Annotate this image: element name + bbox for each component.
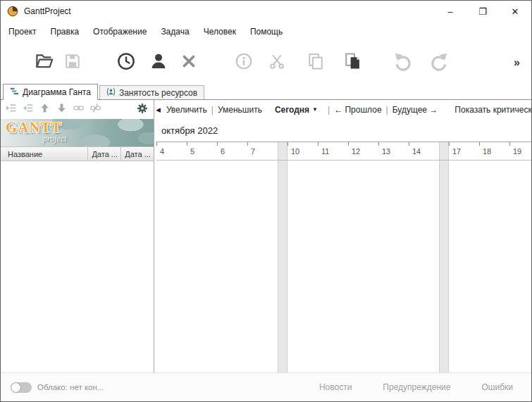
main-content: GANTT project Название Дата ... Дата ...…	[1, 100, 531, 372]
weekend-cell	[278, 142, 287, 160]
view-tabs: Диаграмма Ганта Занятость ресурсов	[1, 84, 531, 100]
info-icon	[234, 51, 254, 74]
timeline-day: 13	[378, 142, 409, 160]
timeline-day-row: 4 5 6 7 10 11 12 13 14 17 18 19	[156, 142, 531, 161]
timeline-day: 19	[509, 142, 531, 160]
delete-button[interactable]	[175, 47, 203, 78]
scroll-past-button[interactable]: ← Прошлое	[331, 105, 384, 115]
window-controls: – ❐ ✕	[434, 1, 531, 22]
indent-button[interactable]	[5, 103, 17, 115]
new-task-button[interactable]	[112, 47, 140, 78]
chart-toolbar: ◀ Увеличить | Уменьшить Сегодня ▼ | ← Пр…	[156, 100, 531, 119]
errors-button[interactable]: Ошибки	[482, 382, 514, 392]
properties-button[interactable]	[230, 47, 258, 78]
gantt-chart-icon	[10, 87, 19, 98]
unlink-tasks-button[interactable]	[89, 103, 101, 115]
task-list-area	[1, 161, 154, 372]
menu-task[interactable]: Задача	[154, 23, 196, 40]
menu-resource[interactable]: Человек	[197, 23, 243, 40]
indent-icon	[6, 103, 16, 116]
undo-button[interactable]	[389, 47, 417, 78]
show-critical-path-button[interactable]: Показать критически	[452, 105, 531, 115]
save-project-button[interactable]	[58, 47, 87, 78]
timeline-day: 14	[409, 142, 439, 160]
window-title: GanttProject	[24, 6, 71, 16]
move-down-button[interactable]	[56, 103, 68, 115]
paste-button[interactable]	[338, 47, 366, 78]
redo-arrow-icon	[428, 51, 450, 75]
tab-resources-load[interactable]: Занятость ресурсов	[99, 85, 204, 99]
arrow-up-icon	[39, 103, 50, 116]
column-header-start-date[interactable]: Дата ...	[88, 147, 121, 161]
toolbar-separator: |	[385, 105, 390, 115]
close-button[interactable]: ✕	[499, 1, 531, 22]
tab-gantt-label: Диаграмма Ганта	[23, 87, 91, 97]
copy-button[interactable]	[302, 47, 330, 78]
timeline-day: 11	[318, 142, 348, 160]
timeline-day: 7	[247, 142, 278, 160]
gantt-chart-area	[156, 161, 531, 372]
column-header-end-date[interactable]: Дата ...	[121, 147, 154, 161]
tab-resources-label: Занятость ресурсов	[119, 88, 197, 98]
unindent-icon	[23, 103, 33, 116]
task-panel-toolbar	[1, 100, 154, 119]
timeline-day: 5	[187, 142, 217, 160]
toolbar-separator: |	[210, 105, 215, 115]
new-resource-button[interactable]	[144, 47, 173, 78]
maximize-button[interactable]: ❐	[466, 1, 499, 22]
table-options-button[interactable]	[136, 103, 148, 115]
timeline-day: 17	[449, 142, 479, 160]
gear-icon	[137, 103, 148, 117]
menu-project[interactable]: Проект	[1, 23, 44, 40]
timeline-day: 12	[348, 142, 378, 160]
news-button[interactable]: Новости	[319, 382, 352, 392]
gantt-panel: ◀ Увеличить | Уменьшить Сегодня ▼ | ← Пр…	[156, 100, 531, 372]
minimize-button[interactable]: –	[434, 1, 466, 22]
cut-button[interactable]	[263, 47, 291, 78]
zoom-out-button[interactable]: Уменьшить	[215, 105, 265, 115]
menu-view[interactable]: Отображение	[86, 23, 154, 40]
chevron-down-icon: ▼	[312, 106, 318, 113]
clock-icon	[116, 51, 137, 75]
tab-gantt-chart[interactable]: Диаграмма Ганта	[3, 84, 98, 100]
scroll-future-button[interactable]: Будущее →	[390, 105, 441, 115]
status-bar: Облако: нет кон... Новости Предупреждени…	[1, 372, 531, 401]
task-table-header: Название Дата ... Дата ...	[1, 146, 154, 161]
menu-help[interactable]: Помощь	[243, 23, 290, 40]
main-toolbar: »	[1, 42, 531, 84]
menu-edit[interactable]: Правка	[44, 23, 87, 40]
arrow-down-icon	[56, 103, 67, 116]
toolbar-separator: |	[326, 105, 331, 115]
unindent-button[interactable]	[22, 103, 34, 115]
timeline-month-row: октября 2022	[156, 119, 531, 142]
timeline-day: 18	[479, 142, 509, 160]
title-bar: GanttProject – ❐ ✕	[1, 1, 531, 22]
app-logo-icon	[7, 6, 18, 17]
column-header-name[interactable]: Название	[1, 147, 88, 161]
warnings-button[interactable]: Предупреждение	[383, 382, 450, 392]
zoom-in-button[interactable]: Увеличить	[163, 105, 210, 115]
unlink-icon	[90, 103, 101, 116]
task-panel: GANTT project Название Дата ... Дата ...	[1, 100, 154, 372]
link-tasks-button[interactable]	[73, 103, 85, 115]
toolbar-overflow-button[interactable]: »	[514, 56, 520, 69]
redo-button[interactable]	[425, 47, 453, 78]
open-project-button[interactable]	[30, 47, 58, 78]
collapse-panel-arrow[interactable]: ◀	[156, 106, 161, 113]
resources-icon	[106, 87, 116, 99]
move-up-button[interactable]	[39, 103, 51, 115]
save-floppy-icon	[63, 51, 82, 74]
person-icon	[148, 51, 169, 75]
timeline-day: 4	[156, 142, 187, 160]
cloud-status-label: Облако: нет кон...	[37, 383, 104, 391]
today-dropdown[interactable]: Сегодня ▼	[275, 105, 318, 115]
weekend-band	[439, 161, 449, 372]
status-right-group: Новости Предупреждение Ошибки	[319, 382, 513, 392]
today-label: Сегодня	[275, 105, 309, 115]
timeline-month-label: октября 2022	[161, 125, 218, 136]
open-folder-icon	[34, 51, 55, 75]
delete-x-icon	[180, 52, 198, 73]
menu-bar: Проект Правка Отображение Задача Человек…	[1, 22, 531, 42]
cloud-toggle[interactable]	[11, 382, 32, 393]
weekend-cell	[439, 142, 449, 160]
